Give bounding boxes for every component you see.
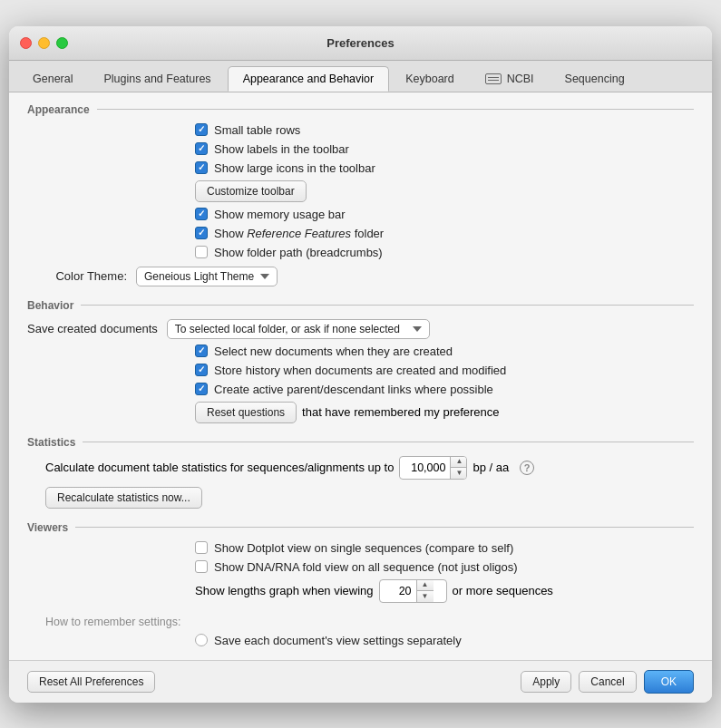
show-memory-label: Show memory usage bar <box>214 208 346 221</box>
tab-keyboard[interactable]: Keyboard <box>391 66 469 92</box>
show-large-icons-checkbox[interactable] <box>195 161 208 174</box>
apply-button[interactable]: Apply <box>521 671 571 693</box>
lengths-increment[interactable]: ▲ <box>417 580 434 591</box>
remember-label-row: How to remember settings: <box>45 616 694 628</box>
calc-stats-suffix: bp / aa <box>473 461 509 474</box>
statistics-section: Statistics Calculate document table stat… <box>27 436 694 509</box>
show-large-icons-label: Show large icons in the toolbar <box>214 161 375 175</box>
lengths-input[interactable]: 20 <box>380 582 416 600</box>
cancel-button[interactable]: Cancel <box>579 671 636 693</box>
calc-stats-increment[interactable]: ▲ <box>451 457 467 468</box>
store-history-label: Store history when documents are created… <box>214 364 506 377</box>
show-large-icons-row: Show large icons in the toolbar <box>195 161 694 175</box>
behavior-section: Behavior Save created documents To selec… <box>27 299 694 423</box>
show-labels-toolbar-checkbox[interactable] <box>195 142 208 155</box>
reset-questions-row: Reset questions that have remembered my … <box>195 402 694 423</box>
color-theme-select[interactable]: Geneious Light Theme Geneious Dark Theme… <box>136 267 278 286</box>
show-folder-path-row: Show folder path (breadcrumbs) <box>195 246 694 259</box>
create-active-links-label: Create active parent/descendant links wh… <box>214 383 493 396</box>
statistics-section-label: Statistics <box>27 436 694 449</box>
show-dotplot-checkbox[interactable] <box>195 541 208 554</box>
small-table-rows-label: Small table rows <box>214 123 300 137</box>
lengths-decrement[interactable]: ▼ <box>417 591 434 602</box>
show-ref-features-label: Show Reference Features folder <box>214 227 384 240</box>
remember-label: How to remember settings: <box>45 616 180 628</box>
show-folder-path-label: Show folder path (breadcrumbs) <box>214 246 383 259</box>
preferences-content: Appearance Small table rows Show labels … <box>9 92 712 703</box>
show-dotplot-label: Show Dotplot view on single sequences (c… <box>214 541 513 555</box>
customize-toolbar-row: Customize toolbar <box>195 180 694 202</box>
reset-questions-suffix: that have remembered my preference <box>302 405 500 419</box>
footer-button-row: Reset All Preferences Apply Cancel OK <box>9 660 712 703</box>
small-table-rows-checkbox[interactable] <box>195 123 208 136</box>
calc-stats-input[interactable]: 10,000 <box>400 459 450 477</box>
calc-stats-decrement[interactable]: ▼ <box>451 468 467 479</box>
customize-toolbar-button[interactable]: Customize toolbar <box>195 180 307 202</box>
tab-general[interactable]: General <box>18 66 87 92</box>
calc-stats-input-group: 10,000 ▲ ▼ <box>399 456 467 480</box>
window-title: Preferences <box>326 36 394 50</box>
viewers-section: Viewers Show Dotplot view on single sequ… <box>27 521 694 647</box>
lengths-input-group: 20 ▲ ▼ <box>379 579 447 603</box>
lengths-suffix: or more sequences <box>453 584 553 597</box>
create-active-links-row: Create active parent/descendant links wh… <box>195 383 694 396</box>
behavior-section-label: Behavior <box>27 299 694 312</box>
appearance-section-label: Appearance <box>27 103 694 116</box>
save-documents-select[interactable]: To selected local folder, or ask if none… <box>167 319 430 339</box>
color-theme-row: Color Theme: Geneious Light Theme Geneio… <box>27 267 694 286</box>
save-separately-label: Save each document's view settings separ… <box>214 634 462 647</box>
title-bar: Preferences <box>9 26 712 61</box>
show-dna-fold-label: Show DNA/RNA fold view on all sequence (… <box>214 560 518 574</box>
reset-all-button[interactable]: Reset All Preferences <box>27 671 155 693</box>
save-documents-label: Save created documents <box>27 322 158 335</box>
select-new-docs-checkbox[interactable] <box>195 345 208 357</box>
recalculate-button[interactable]: Recalculate statistics now... <box>45 487 202 509</box>
save-separately-row: Save each document's view settings separ… <box>195 634 694 647</box>
save-separately-radio[interactable] <box>195 634 208 646</box>
show-labels-toolbar-row: Show labels in the toolbar <box>195 142 694 156</box>
viewers-section-label: Viewers <box>27 521 694 534</box>
store-history-row: Store history when documents are created… <box>195 364 694 377</box>
tab-appearance[interactable]: Appearance and Behavior <box>228 66 390 92</box>
show-dna-fold-row: Show DNA/RNA fold view on all sequence (… <box>195 560 694 574</box>
select-new-docs-label: Select new documents when they are creat… <box>214 345 453 358</box>
show-folder-path-checkbox[interactable] <box>195 246 208 258</box>
traffic-lights <box>20 37 68 49</box>
lengths-prefix: Show lengths graph when viewing <box>195 584 374 597</box>
show-ref-features-checkbox[interactable] <box>195 227 208 239</box>
store-history-checkbox[interactable] <box>195 364 208 376</box>
tab-plugins[interactable]: Plugins and Features <box>89 66 225 92</box>
close-button[interactable] <box>20 37 32 49</box>
show-memory-checkbox[interactable] <box>195 208 208 220</box>
tab-bar: General Plugins and Features Appearance … <box>9 61 712 92</box>
show-memory-row: Show memory usage bar <box>195 208 694 221</box>
tab-sequencing[interactable]: Sequencing <box>550 66 639 92</box>
small-table-rows-row: Small table rows <box>195 123 694 137</box>
select-new-docs-row: Select new documents when they are creat… <box>195 345 694 358</box>
recalculate-row: Recalculate statistics now... <box>45 487 694 509</box>
color-theme-label: Color Theme: <box>27 269 127 283</box>
show-ref-features-row: Show Reference Features folder <box>195 227 694 240</box>
calc-stats-spinners: ▲ ▼ <box>450 457 467 479</box>
show-lengths-row: Show lengths graph when viewing 20 ▲ ▼ o… <box>195 579 694 603</box>
maximize-button[interactable] <box>56 37 68 49</box>
appearance-section: Appearance Small table rows Show labels … <box>27 103 694 286</box>
save-documents-row: Save created documents To selected local… <box>27 319 694 339</box>
reset-questions-button[interactable]: Reset questions <box>195 402 297 423</box>
show-labels-toolbar-label: Show labels in the toolbar <box>214 142 349 156</box>
ok-button[interactable]: OK <box>644 670 694 694</box>
minimize-button[interactable] <box>38 37 50 49</box>
show-dna-fold-checkbox[interactable] <box>195 560 208 573</box>
preferences-window: Preferences General Plugins and Features… <box>9 26 712 703</box>
calc-stats-row: Calculate document table statistics for … <box>45 456 694 480</box>
calc-stats-prefix: Calculate document table statistics for … <box>45 461 394 474</box>
lengths-spinners: ▲ ▼ <box>416 580 434 602</box>
ncbi-icon <box>485 73 502 84</box>
calc-stats-help-icon[interactable]: ? <box>520 461 534 475</box>
create-active-links-checkbox[interactable] <box>195 383 208 395</box>
tab-ncbi[interactable]: NCBI <box>471 66 549 92</box>
show-dotplot-row: Show Dotplot view on single sequences (c… <box>195 541 694 555</box>
